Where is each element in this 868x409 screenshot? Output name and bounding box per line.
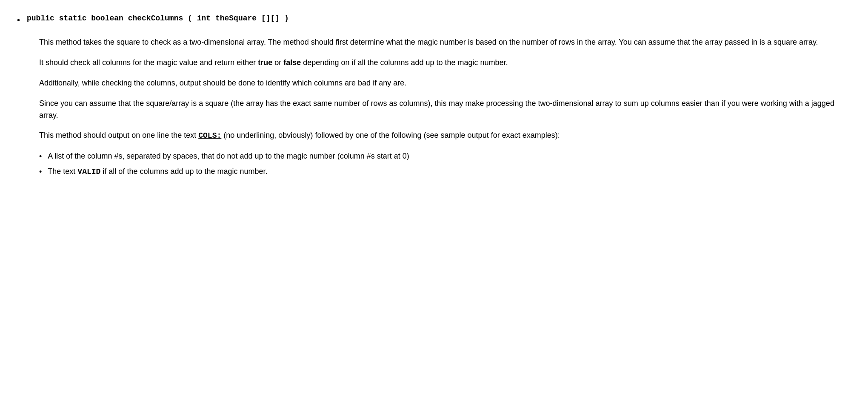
sub-bullet-2: • — [39, 166, 42, 178]
bullet2-code-text: VALID — [77, 168, 100, 176]
bullet2-post-text: if all of the columns add up to the magi… — [100, 167, 267, 176]
paragraph-2: It should check all columns for the magi… — [39, 57, 842, 69]
p2-false-text: false — [283, 58, 301, 67]
bullet2-pre-text: The text — [48, 167, 77, 176]
sub-bullet-1: • — [39, 151, 42, 162]
description-block: This method takes the square to check as… — [39, 37, 842, 178]
paragraph-1: This method takes the square to check as… — [39, 37, 842, 48]
list-item-1: • A list of the column #s, separated by … — [39, 151, 842, 162]
method-signature-block: • public static boolean checkColumns ( i… — [17, 13, 851, 26]
list-item-1-text: A list of the column #s, separated by sp… — [48, 151, 842, 162]
list-item-2: • The text VALID if all of the columns a… — [39, 166, 842, 178]
p5-code-text: COLS: — [198, 131, 221, 140]
paragraph-3: Additionally, while checking the columns… — [39, 77, 842, 89]
method-code-text: public static boolean checkColumns ( int… — [27, 13, 289, 24]
outer-bullet: • — [17, 14, 20, 26]
paragraph-5: This method should output on one line th… — [39, 130, 842, 142]
p5-post-text: (no underlining, obviously) followed by … — [221, 131, 560, 139]
p2-pre-text: It should check all columns for the magi… — [39, 58, 258, 67]
p5-pre-text: This method should output on one line th… — [39, 131, 198, 139]
p2-true-text: true — [258, 58, 272, 67]
sub-bullet-list: • A list of the column #s, separated by … — [39, 151, 842, 178]
p2-post-text: depending on if all the columns add up t… — [301, 58, 508, 67]
p2-mid-text: or — [272, 58, 283, 67]
list-item-2-text: The text VALID if all of the columns add… — [48, 166, 842, 178]
paragraph-4: Since you can assume that the square/arr… — [39, 98, 842, 122]
